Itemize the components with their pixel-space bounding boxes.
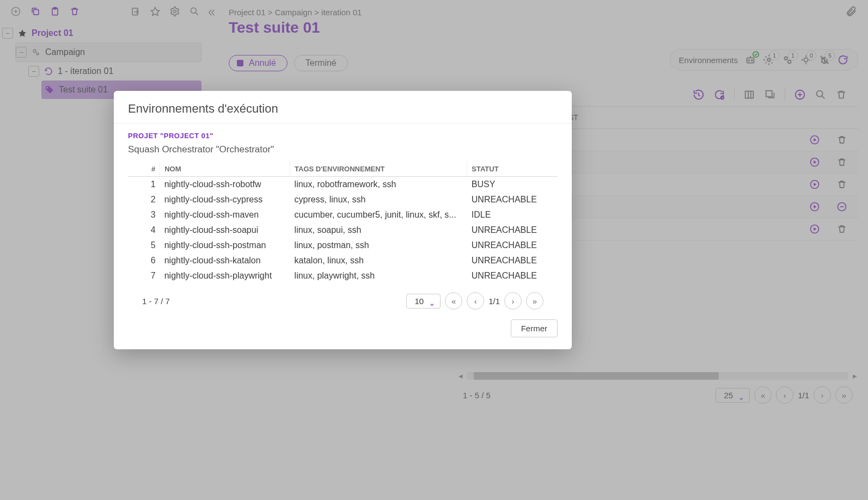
- modal-project-label: PROJET "PROJECT 01": [128, 132, 558, 140]
- col-header-tags[interactable]: TAGS D'ENVIRONNEMENT: [290, 162, 467, 177]
- modal-page-size-select[interactable]: 10⌄: [406, 294, 441, 308]
- modal-page-next-button[interactable]: ›: [504, 292, 522, 310]
- col-header-index[interactable]: #: [128, 162, 160, 177]
- modal-page-last-button[interactable]: »: [526, 292, 543, 310]
- modal-range: 1 - 7 / 7: [142, 297, 170, 306]
- table-row[interactable]: 7nightly-cloud-ssh-playwrightlinux, play…: [128, 268, 558, 283]
- col-header-name[interactable]: NOM: [160, 162, 290, 177]
- modal-title: Environnements d'exécution: [114, 102, 572, 124]
- modal-page-prev-button[interactable]: ‹: [467, 292, 484, 310]
- close-button[interactable]: Fermer: [511, 319, 558, 337]
- table-row[interactable]: 5nightly-cloud-ssh-postmanlinux, postman…: [128, 238, 558, 253]
- environments-table: # NOM TAGS D'ENVIRONNEMENT STATUT 1night…: [128, 162, 558, 283]
- table-row[interactable]: 2nightly-cloud-ssh-cypresscypress, linux…: [128, 192, 558, 207]
- table-row[interactable]: 1nightly-cloud-ssh-robotfwlinux, robotfr…: [128, 177, 558, 193]
- table-row[interactable]: 4nightly-cloud-ssh-soapuilinux, soapui, …: [128, 223, 558, 238]
- table-row[interactable]: 3nightly-cloud-ssh-mavencucumber, cucumb…: [128, 207, 558, 223]
- table-row[interactable]: 6nightly-cloud-ssh-katalonkatalon, linux…: [128, 253, 558, 268]
- modal-page-first-button[interactable]: «: [445, 292, 462, 310]
- environments-modal: Environnements d'exécution PROJET "PROJE…: [114, 91, 572, 349]
- modal-page-indicator: 1/1: [488, 297, 500, 306]
- modal-orchestrator-label: Squash Orchestrator "Orchestrator": [128, 140, 558, 162]
- col-header-status[interactable]: STATUT: [467, 162, 558, 177]
- chevron-down-icon: ⌄: [429, 298, 436, 308]
